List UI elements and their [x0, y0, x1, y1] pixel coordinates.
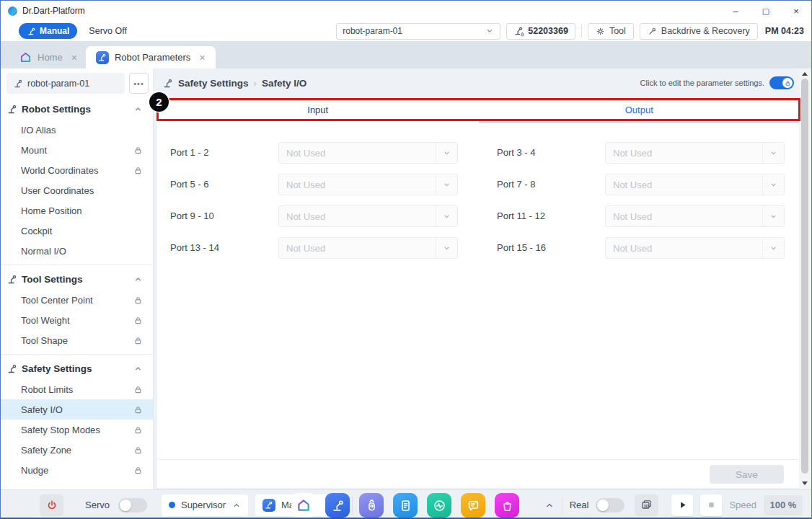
item-label: Mount [21, 145, 47, 156]
chevron-up-icon[interactable] [133, 105, 143, 114]
lock-icon [133, 425, 143, 435]
servo-label: Servo [85, 500, 110, 510]
tab-robot-parameters[interactable]: Robot Parameters × [86, 46, 216, 68]
safety-io-panel: Input Output Port 1 - 2 Not Used Port 3 … [157, 99, 800, 488]
maximize-button[interactable]: ▢ [751, 1, 781, 21]
port-7-8-select[interactable]: Not Used [605, 174, 785, 195]
port-13-14-select[interactable]: Not Used [278, 237, 458, 259]
sidebar-item-nudge[interactable]: Nudge [1, 460, 153, 480]
controller-id-badge[interactable]: 52203369 [506, 23, 575, 40]
sidebar-item-world-coordinates[interactable]: World Coordinates [1, 160, 153, 180]
port-1-2-select[interactable]: Not Used [278, 142, 458, 164]
stop-button[interactable] [700, 494, 722, 516]
sidebar-item-tool-shape[interactable]: Tool Shape [1, 330, 153, 350]
sidebar-item-tool-weight[interactable]: Tool Weight [1, 310, 153, 330]
app-window: Dr.Dart-Platform – ▢ × Manual Servo Off … [0, 0, 812, 519]
sidebar-item-io-alias[interactable]: I/O Alias [1, 120, 153, 140]
status-dot [169, 502, 175, 508]
sidebar-item-user-coordinates[interactable]: User Coordinates [1, 180, 153, 200]
backdrive-recovery-button[interactable]: Backdrive & Recovery [640, 23, 758, 40]
chevron-up-icon[interactable] [133, 275, 143, 284]
sidebar-item-cockpit[interactable]: Cockpit [1, 221, 153, 241]
backdrive-recovery-label: Backdrive & Recovery [661, 26, 750, 36]
sidebar-section-robot-settings[interactable]: Robot Settings [1, 98, 153, 120]
user-role-select[interactable]: Supervisor [162, 494, 248, 516]
lock-icon [133, 405, 143, 414]
item-label: I/O Alias [21, 125, 56, 136]
3d-viewer-button[interactable] [635, 494, 658, 516]
sidebar-item-normal-io[interactable]: Normal I/O [1, 241, 153, 261]
chevron-up-icon[interactable] [133, 364, 143, 373]
sidebar-item-tool-center-point[interactable]: Tool Center Point [1, 290, 153, 310]
port-9-10-select[interactable]: Not Used [278, 205, 458, 227]
port-5-6-select[interactable]: Not Used [278, 174, 458, 195]
robot-arm-icon [162, 78, 173, 89]
sidebar-item-safety-io[interactable]: Safety I/O [1, 399, 153, 420]
sidebar-item-robot-limits[interactable]: Robot Limits [1, 379, 153, 399]
power-button[interactable] [40, 494, 63, 516]
stop-icon [706, 500, 717, 510]
close-icon[interactable]: × [71, 53, 77, 63]
divider [581, 25, 582, 37]
port-11-12-select[interactable]: Not Used [605, 205, 785, 227]
sidebar-item-home-position[interactable]: Home Position [1, 200, 153, 221]
dock-task-editor-icon[interactable] [393, 493, 418, 518]
tab-output[interactable]: Output [479, 99, 800, 121]
chevron-down-icon [762, 174, 784, 195]
dock-collapse-chevron-up-icon[interactable] [544, 500, 555, 510]
vertical-scrollbar[interactable] [799, 68, 811, 489]
dock-home-icon[interactable] [291, 493, 316, 518]
item-label: World Coordinates [21, 165, 98, 176]
tab-home[interactable]: Home × [11, 46, 86, 68]
sidebar-item-mount[interactable]: Mount [1, 140, 153, 160]
dock-monitoring-icon[interactable] [427, 493, 451, 518]
servo-toggle[interactable] [118, 498, 147, 513]
sidebar-item-safety-zone[interactable]: Safety Zone [1, 440, 153, 460]
dock-robot-parameters-icon[interactable] [325, 493, 350, 518]
port-label: Port 3 - 4 [458, 142, 605, 164]
port-select-value: Not Used [279, 211, 325, 222]
item-label: Tool Weight [21, 315, 70, 326]
real-toggle[interactable] [596, 498, 625, 513]
close-icon[interactable]: × [199, 53, 205, 63]
edit-lock-toggle[interactable] [769, 76, 794, 89]
sidebar-section-tool-settings[interactable]: Tool Settings [1, 268, 153, 290]
port-15-16-select[interactable]: Not Used [605, 237, 785, 259]
item-label: User Coordinates [21, 185, 94, 196]
play-button[interactable] [671, 494, 693, 516]
breadcrumb-parent[interactable]: Safety Settings [178, 78, 249, 89]
dock-jog-icon[interactable] [359, 493, 384, 518]
sidebar-param-name[interactable]: robot-param-01 [6, 73, 125, 94]
robot-app-icon [262, 499, 275, 512]
scrollbar-thumb[interactable] [801, 79, 808, 474]
item-label: Nudge [21, 465, 48, 476]
port-3-4-select[interactable]: Not Used [605, 142, 785, 164]
manual-mode-button[interactable]: Manual [19, 23, 77, 39]
speed-value[interactable]: 100 % [764, 495, 803, 515]
sidebar-section-safety-settings[interactable]: Safety Settings [1, 358, 153, 379]
lock-icon [133, 385, 143, 394]
scroll-down-arrow-icon[interactable] [802, 482, 808, 485]
minimize-button[interactable]: – [720, 1, 751, 21]
manual-mode-label: Manual [40, 26, 69, 36]
window-title: Dr.Dart-Platform [22, 6, 85, 16]
tool-button[interactable]: Tool [588, 23, 634, 40]
chevron-down-icon [436, 174, 457, 195]
more-button[interactable]: ••• [129, 73, 149, 94]
lock-icon [133, 146, 143, 155]
io-tab-row: Input Output [157, 99, 800, 121]
tab-input[interactable]: Input [157, 99, 479, 121]
param-file-value: robot-param-01 [343, 26, 402, 36]
sidebar: robot-param-01 ••• Robot Settings I/O Al… [1, 68, 154, 489]
divider [562, 497, 562, 514]
param-file-select[interactable]: robot-param-01 [336, 23, 500, 40]
save-button[interactable]: Save [710, 465, 784, 484]
body-area: robot-param-01 ••• Robot Settings I/O Al… [1, 68, 811, 489]
sidebar-item-safety-stop-modes[interactable]: Safety Stop Modes [1, 420, 153, 440]
chevron-down-icon [436, 238, 457, 258]
close-button[interactable]: × [781, 1, 811, 21]
scroll-up-arrow-icon[interactable] [802, 72, 808, 76]
dock-store-icon[interactable] [495, 493, 519, 518]
item-label: Tool Center Point [21, 295, 93, 306]
dock-log-icon[interactable] [461, 493, 485, 518]
